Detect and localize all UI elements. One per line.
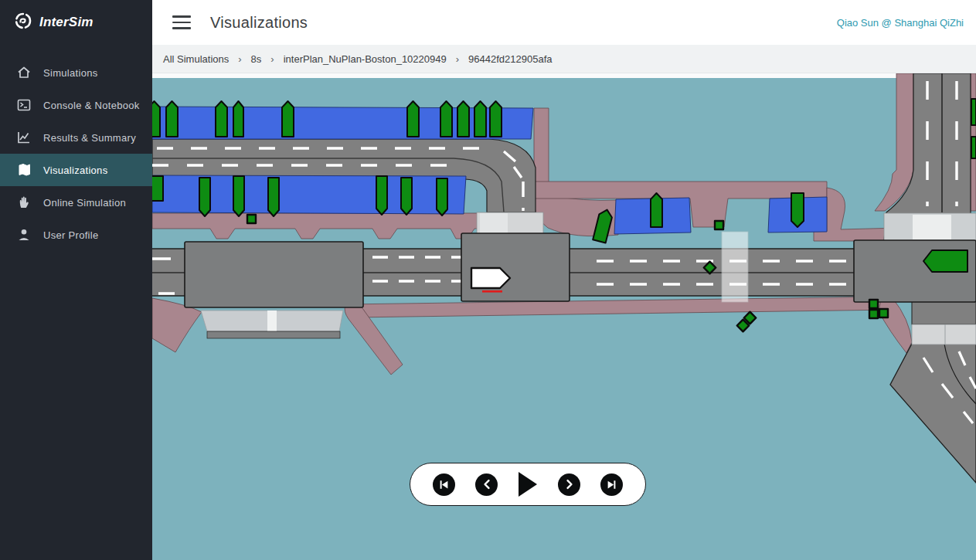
breadcrumb-item-2[interactable]: interPlan_NuPlan-Boston_10220949 [284, 53, 447, 65]
pedestrian [869, 310, 878, 318]
sidebar-item-user-profile[interactable]: User Profile [0, 219, 152, 251]
vehicle [152, 101, 160, 137]
breadcrumb-item-0[interactable]: All Simulations [163, 53, 229, 65]
sidebar-item-label: User Profile [43, 229, 99, 241]
simulation-canvas[interactable] [152, 73, 976, 560]
pedestrian [715, 221, 723, 229]
vehicle [971, 99, 976, 125]
vehicle [282, 101, 294, 137]
sidebar-item-label: Results & Summary [43, 132, 136, 144]
user-account-label[interactable]: Qiao Sun @ Shanghai QiZhi [837, 17, 964, 29]
hand-icon [16, 195, 32, 210]
vehicle [651, 193, 662, 227]
home-icon [16, 65, 32, 80]
skip-start-button[interactable] [433, 473, 455, 496]
vehicle [233, 176, 244, 216]
vehicle [490, 101, 502, 137]
terminal-icon [16, 97, 32, 113]
breadcrumb: All Simulations›8s›interPlan_NuPlan-Bost… [152, 45, 976, 73]
sidebar-item-simulations[interactable]: Simulations [0, 56, 152, 89]
vehicle [233, 101, 243, 137]
sidebar-item-label: Online Simulation [43, 197, 126, 209]
vehicle [401, 178, 412, 215]
skip-start-icon [438, 479, 450, 490]
vehicle [216, 101, 227, 137]
intersection-block-left [185, 242, 363, 307]
breadcrumb-item-3[interactable]: 96442fd212905afa [468, 53, 552, 65]
breadcrumb-separator: › [456, 53, 459, 65]
app-window: InterSim SimulationsConsole & NotebookRe… [0, 0, 976, 560]
page-title: Visualizations [210, 14, 308, 32]
sidebar-item-label: Visualizations [43, 165, 107, 176]
sidebar-item-console-notebook[interactable]: Console & Notebook [0, 89, 152, 121]
sidebar-item-label: Simulations [43, 67, 98, 79]
vehicle [152, 176, 163, 201]
ego-trajectory-marker [482, 290, 502, 293]
vehicle [437, 178, 447, 216]
vehicle [268, 178, 279, 216]
sidebar-item-results-summary[interactable]: Results & Summary [0, 121, 152, 154]
app-logo: InterSim [0, 0, 152, 45]
sidebar-item-online-simulation[interactable]: Online Simulation [0, 186, 152, 219]
skip-end-button[interactable] [600, 473, 623, 496]
breadcrumb-item-1[interactable]: 8s [251, 53, 262, 65]
vehicle [376, 176, 387, 215]
play-button[interactable] [518, 471, 538, 497]
vehicle [457, 101, 469, 137]
vehicle [166, 101, 178, 137]
step-forward-icon [564, 479, 575, 490]
chart-icon [16, 130, 32, 145]
breadcrumb-separator: › [270, 53, 274, 65]
pedestrian [869, 300, 878, 308]
crossing-band [722, 232, 748, 302]
ego-vehicle-shape [471, 268, 510, 288]
step-back-button[interactable] [475, 473, 498, 496]
person-icon [16, 227, 32, 243]
play-icon [518, 471, 538, 497]
step-forward-button[interactable] [558, 473, 580, 496]
pedestrian [247, 215, 256, 223]
sidebar-item-label: Console & Notebook [43, 100, 140, 111]
sidebar-item-visualizations[interactable]: Visualizations [0, 154, 152, 186]
sidebar: InterSim SimulationsConsole & NotebookRe… [0, 0, 152, 560]
vehicle [474, 101, 486, 137]
canvas-top-strip [152, 73, 976, 78]
header: Visualizations Qiao Sun @ Shanghai QiZhi [152, 0, 976, 45]
step-back-icon [481, 479, 492, 490]
app-name: InterSim [39, 15, 94, 30]
map-icon [16, 162, 32, 178]
swirl-icon [14, 12, 32, 33]
sidebar-nav: SimulationsConsole & NotebookResults & S… [0, 45, 152, 251]
breadcrumb-separator: › [238, 53, 241, 65]
vehicle [407, 101, 419, 137]
skip-end-icon [606, 479, 617, 490]
pedestrian [879, 309, 888, 317]
vehicle [791, 193, 804, 227]
vehicle [923, 250, 967, 272]
vehicle [440, 101, 452, 137]
vehicle [199, 178, 210, 216]
hamburger-menu-icon[interactable] [172, 15, 191, 29]
vehicle [971, 137, 976, 158]
playback-bar [410, 463, 646, 506]
